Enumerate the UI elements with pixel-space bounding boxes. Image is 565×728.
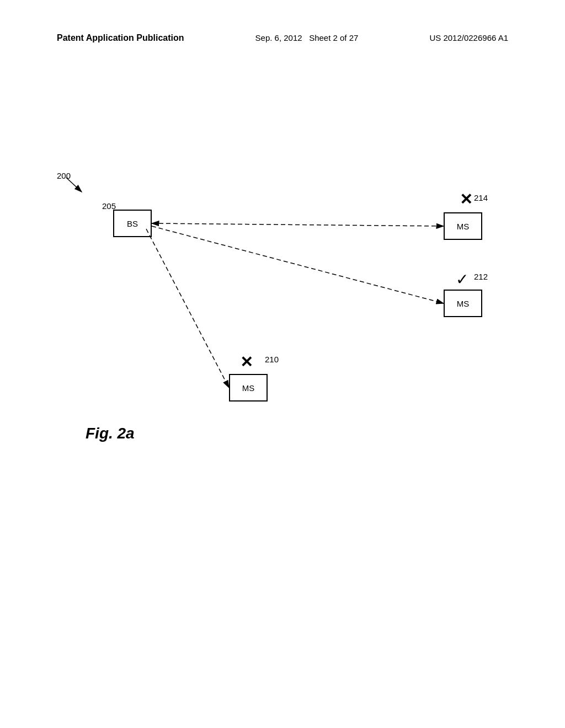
page: Patent Application Publication Sep. 6, 2… xyxy=(0,0,565,728)
x-mark-210: ✕ xyxy=(240,353,253,371)
label-200: 200 xyxy=(57,171,71,180)
label-214: 214 xyxy=(474,193,488,202)
header: Patent Application Publication Sep. 6, 2… xyxy=(0,33,565,43)
publication-title: Patent Application Publication xyxy=(57,33,184,43)
ms1-box: MS xyxy=(444,212,482,240)
check-mark-212: ✓ xyxy=(456,270,468,288)
figure-label: Fig. 2a xyxy=(86,425,135,442)
ms2-box: MS xyxy=(444,290,482,317)
patent-number: US 2012/0226966 A1 xyxy=(429,33,508,42)
bs-box: BS xyxy=(113,210,152,237)
svg-line-3 xyxy=(152,223,444,226)
ms3-box: MS xyxy=(229,374,268,402)
label-212: 212 xyxy=(474,272,488,281)
svg-line-5 xyxy=(146,229,229,388)
diagram-area: 200 205 BS ✕ 214 MS ✓ 212 MS ✕ 210 MS xyxy=(0,110,565,728)
svg-line-4 xyxy=(152,226,444,303)
label-210: 210 xyxy=(265,355,279,364)
publication-date: Sep. 6, 2012 Sheet 2 of 27 xyxy=(255,33,359,42)
x-mark-214: ✕ xyxy=(460,190,472,208)
arrows-svg xyxy=(0,110,565,728)
